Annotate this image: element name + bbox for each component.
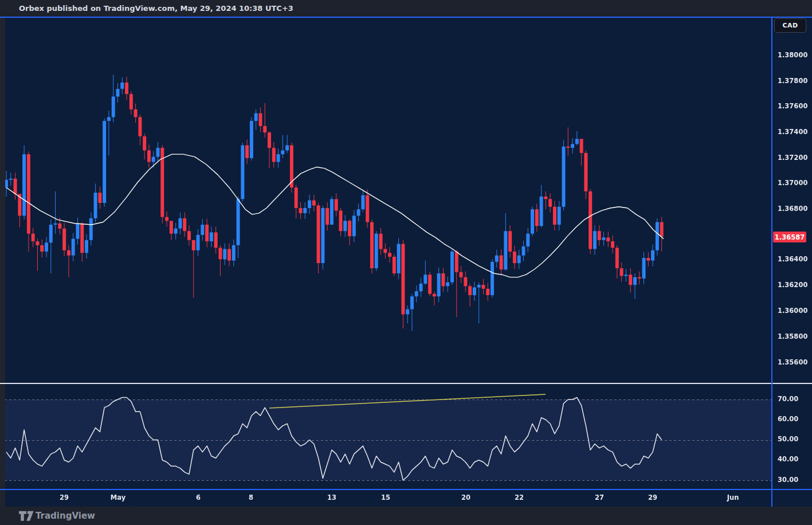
last-price-badge: 1.36587 <box>773 232 806 242</box>
price-tick-label: 1.37400 <box>778 128 807 136</box>
time-axis[interactable]: 29May68131520222729Jun <box>0 490 812 507</box>
price-tick-label: 1.37200 <box>778 154 807 162</box>
time-tick-label: 6 <box>186 493 211 502</box>
rsi-tick-label: 70.00 <box>778 395 798 403</box>
footer-bar: TradingView <box>0 507 812 525</box>
time-tick-label: 29 <box>640 493 665 502</box>
tradingview-logo-icon[interactable] <box>19 511 34 522</box>
time-tick-label: May <box>105 493 131 502</box>
currency-button[interactable]: CAD <box>774 18 806 33</box>
time-tick-label: 22 <box>507 493 532 502</box>
chart-window: Orbex published on TradingView.com, May … <box>0 0 812 525</box>
time-tick-label: 20 <box>453 493 478 502</box>
price-tick-label: 1.35800 <box>778 332 807 340</box>
price-axis[interactable]: CAD 1.36587 1.380001.378001.376001.37400… <box>772 0 812 525</box>
price-pane-canvas[interactable] <box>0 18 771 381</box>
price-tick-label: 1.36200 <box>778 281 807 289</box>
left-gutter <box>0 18 5 507</box>
rsi-tick-label: 40.00 <box>778 455 798 463</box>
price-tick-label: 1.38000 <box>778 51 807 59</box>
price-tick-label: 1.36400 <box>778 255 807 263</box>
time-tick-label: 29 <box>52 493 77 502</box>
price-tick-label: 1.37600 <box>778 102 807 110</box>
rsi-pane-canvas[interactable] <box>0 384 771 489</box>
publish-banner: Orbex published on TradingView.com, May … <box>0 0 812 17</box>
time-tick-label: 27 <box>587 493 612 502</box>
pane-separator[interactable] <box>0 383 812 384</box>
price-tick-label: 1.37800 <box>778 77 807 85</box>
time-tick-label: 15 <box>373 493 398 502</box>
time-tick-label: 8 <box>238 493 264 502</box>
rsi-tick-label: 30.00 <box>778 476 798 484</box>
price-tick-label: 1.35600 <box>778 358 807 366</box>
time-tick-label: Jun <box>720 493 746 502</box>
price-tick-label: 1.36000 <box>778 307 807 315</box>
rsi-tick-label: 50.00 <box>778 435 798 443</box>
publish-banner-text: Orbex published on TradingView.com, May … <box>19 0 293 17</box>
price-tick-label: 1.37000 <box>778 179 807 187</box>
time-tick-label: 13 <box>319 493 344 502</box>
price-tick-label: 1.36800 <box>778 205 807 213</box>
tradingview-brand-text[interactable]: TradingView <box>36 507 95 525</box>
rsi-tick-label: 60.00 <box>778 415 798 423</box>
